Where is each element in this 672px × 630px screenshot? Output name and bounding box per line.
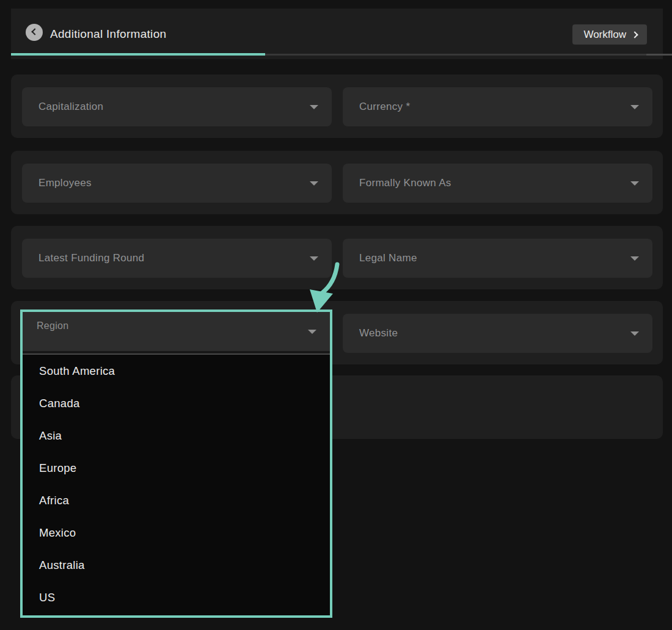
field-label: Latest Funding Round — [38, 239, 332, 278]
form-row-panel: Latest Funding Round Legal Name — [11, 226, 663, 289]
chevron-down-icon — [310, 105, 318, 109]
region-dropdown[interactable]: Region — [23, 312, 330, 351]
chevron-down-icon — [630, 181, 639, 186]
form-row-panel: Employees Formally Known As — [11, 151, 663, 214]
region-options-list: South America Canada Asia Europe Africa … — [23, 355, 330, 614]
page: Additional Information Workflow Capitali… — [0, 0, 672, 630]
dropdown-option[interactable]: Australia — [23, 549, 330, 581]
latest-funding-round-dropdown[interactable]: Latest Funding Round — [22, 239, 332, 278]
page-title: Additional Information — [50, 9, 166, 59]
field-label: Formally Known As — [359, 164, 652, 203]
currency-dropdown[interactable]: Currency * — [343, 87, 652, 126]
chevron-down-icon — [630, 105, 639, 109]
dropdown-option[interactable]: Europe — [23, 452, 330, 484]
capitalization-dropdown[interactable]: Capitalization — [22, 87, 332, 126]
chevron-down-icon — [310, 181, 318, 186]
employees-dropdown[interactable]: Employees — [22, 164, 332, 203]
workflow-button-label: Workflow — [583, 29, 626, 41]
tab-strip-border-end — [646, 54, 672, 56]
chevron-down-icon — [308, 330, 316, 334]
chevron-down-icon — [310, 256, 318, 261]
workflow-button[interactable]: Workflow — [572, 24, 647, 45]
website-dropdown[interactable]: Website — [343, 314, 652, 353]
field-label: Legal Name — [359, 239, 652, 278]
active-tab-underline — [11, 53, 265, 56]
field-label: Currency * — [359, 87, 652, 126]
dropdown-option[interactable]: Africa — [23, 484, 330, 516]
region-dropdown-open: Region South America Canada Asia Europe … — [20, 310, 332, 618]
dropdown-option[interactable]: South America — [23, 355, 330, 387]
field-label: Capitalization — [38, 87, 332, 126]
field-label: Website — [359, 314, 652, 353]
form-row-panel: Capitalization Currency * — [11, 74, 663, 138]
legal-name-dropdown[interactable]: Legal Name — [343, 239, 652, 278]
header-bar: Additional Information Workflow — [11, 9, 663, 59]
back-button[interactable] — [26, 24, 43, 41]
dropdown-option[interactable]: Canada — [23, 387, 330, 419]
dropdown-option[interactable]: Mexico — [23, 516, 330, 549]
formally-known-as-dropdown[interactable]: Formally Known As — [343, 164, 652, 203]
chevron-left-icon — [31, 28, 38, 35]
chevron-down-icon — [630, 256, 639, 261]
chevron-down-icon — [630, 331, 639, 336]
field-label: Region — [37, 320, 69, 331]
dropdown-option[interactable]: US — [23, 581, 330, 614]
field-label: Employees — [38, 164, 332, 203]
dropdown-option[interactable]: Asia — [23, 419, 330, 452]
chevron-right-icon — [631, 31, 638, 38]
tab-strip-border — [265, 54, 672, 56]
